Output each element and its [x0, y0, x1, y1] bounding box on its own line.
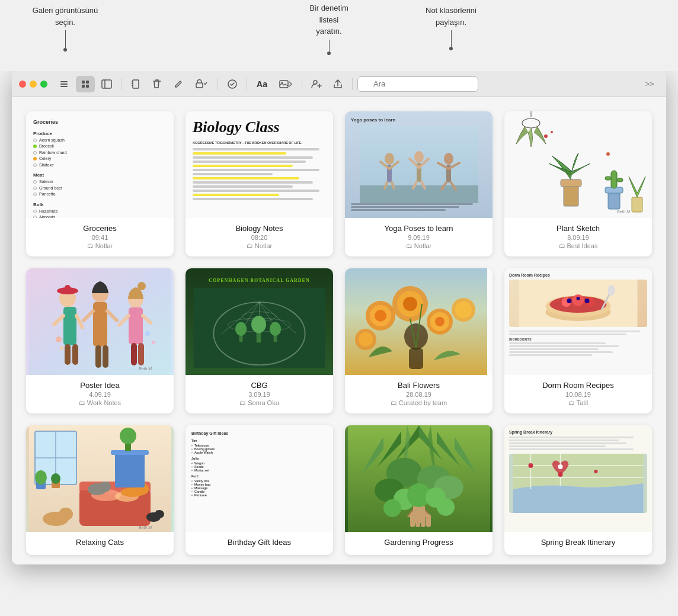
note-title-relaxing: Relaxing Cats [31, 538, 169, 547]
note-card-birthday[interactable]: Birthday Gift Ideas Tim •Telescope •Boxi… [186, 425, 333, 555]
note-card-spring[interactable]: Spring Break Itinerary [504, 425, 652, 555]
svg-rect-9 [133, 80, 139, 88]
svg-point-124 [577, 297, 580, 300]
svg-text:Beth M: Beth M [617, 210, 630, 214]
birthday-content: Birthday Gift Ideas Tim •Telescope •Boxi… [186, 425, 333, 532]
svg-point-103 [403, 297, 417, 311]
svg-point-110 [455, 301, 472, 318]
svg-rect-7 [102, 80, 111, 88]
folder-icon-5: 🗂 [79, 399, 85, 406]
svg-point-92 [235, 322, 247, 336]
note-preview-relaxing: Beth M [26, 425, 174, 532]
format-button[interactable]: Aa [252, 76, 272, 92]
note-date-poster: 4.09.19 [31, 391, 169, 398]
svg-point-96 [270, 322, 281, 336]
note-preview-cbg: Copenhagen Botanical Garden [186, 268, 333, 375]
lock-button[interactable] [190, 76, 213, 92]
minimize-button[interactable] [30, 81, 37, 88]
note-date-biology: 08:20 [190, 234, 328, 241]
note-card-yoga[interactable]: Yoga poses to learn [345, 111, 492, 256]
folder-icon-3: 🗂 [406, 242, 412, 249]
cbg-image: Copenhagen Botanical Garden [186, 268, 333, 375]
expand-button[interactable]: >> [640, 76, 659, 92]
folder-icon: 🗂 [87, 242, 94, 249]
note-title-biology: Biology Notes [190, 224, 328, 233]
note-card-poster[interactable]: Beth M Poster Idea 4.09.19 🗂 Work Notes [26, 268, 174, 413]
svg-text:Beth M: Beth M [139, 367, 152, 371]
note-preview-biology: Biology Class AGGRESSIVE TRIGONOMETRY—TH… [186, 111, 333, 218]
note-card-bali[interactable]: Bali Flowers 28.08.19 🗂 Curated by team [345, 268, 492, 413]
svg-rect-71 [129, 307, 143, 344]
note-meta-poster: Poster Idea 4.09.19 🗂 Work Notes [26, 375, 174, 413]
note-title-dorm: Dorm Room Recipes [509, 381, 647, 390]
add-people-button[interactable] [307, 76, 326, 92]
note-title-yoga: Yoga Poses to learn [350, 224, 488, 233]
note-card-cbg[interactable]: Copenhagen Botanical Garden [186, 268, 333, 413]
note-folder-groceries: 🗂 Notlar [31, 242, 169, 249]
list-view-button[interactable] [55, 76, 73, 92]
note-folder-yoga: 🗂 Notlar [350, 242, 488, 249]
note-preview-groceries: Groceries Produce Acorn squash Broccoli … [26, 111, 174, 218]
note-preview-bali [345, 268, 492, 375]
note-title-birthday: Birthday Gift Ideas [190, 538, 328, 547]
notes-gallery: Groceries Produce Acorn squash Broccoli … [12, 97, 666, 564]
close-button[interactable] [19, 81, 26, 88]
note-meta-groceries: Groceries 09:41 🗂 Notlar [26, 218, 174, 256]
svg-point-108 [359, 332, 373, 346]
note-card-dorm[interactable]: Dorm Room Recipes [504, 268, 652, 413]
sidebar-button[interactable] [97, 76, 116, 92]
svg-rect-59 [65, 285, 71, 293]
svg-rect-0 [60, 81, 68, 82]
search-input[interactable] [357, 76, 478, 92]
note-meta-yoga: Yoga Poses to learn 9.09.19 🗂 Notlar [345, 218, 492, 256]
svg-rect-137 [79, 490, 90, 523]
svg-rect-75 [131, 343, 137, 365]
svg-point-94 [251, 316, 266, 333]
note-card-relaxing[interactable]: Beth M Relaxing Cats [26, 425, 174, 555]
note-preview-birthday: Birthday Gift Ideas Tim •Telescope •Boxi… [186, 425, 333, 532]
svg-point-17 [314, 81, 317, 84]
note-card-plant[interactable]: Beth M Plant Sketch 8.09.19 🗂 Best Ideas [504, 111, 652, 256]
svg-rect-6 [86, 85, 89, 88]
svg-rect-162 [421, 513, 426, 527]
svg-text:Beth M: Beth M [139, 525, 152, 530]
note-meta-bali: Bali Flowers 28.08.19 🗂 Curated by team [345, 375, 492, 413]
annotations-area: Galeri görüntüsünü seçin. Bir denetimlis… [0, 0, 678, 71]
checklist-button[interactable] [223, 76, 242, 92]
note-date-dorm: 10.08.19 [509, 391, 647, 398]
note-date-bali: 28.08.19 [350, 391, 488, 398]
note-folder-dorm: 🗂 Tatil [509, 399, 647, 406]
callout-gallery: Galeri görüntüsünü seçin. [24, 5, 107, 52]
gallery-view-button[interactable] [76, 76, 95, 92]
note-card-biology[interactable]: Biology Class AGGRESSIVE TRIGONOMETRY—TH… [186, 111, 333, 256]
svg-point-22 [385, 153, 394, 165]
note-preview-gardening [345, 425, 492, 532]
note-card-groceries[interactable]: Groceries Produce Acorn squash Broccoli … [26, 111, 174, 256]
svg-rect-160 [410, 514, 415, 527]
note-date-cbg: 3.09.19 [190, 391, 328, 398]
groceries-content: Groceries Produce Acorn squash Broccoli … [26, 111, 174, 218]
svg-point-77 [56, 336, 62, 342]
svg-rect-161 [415, 513, 420, 527]
note-meta-cbg: CBG 3.09.19 🗂 Sonra Oku [186, 375, 333, 413]
compose-button[interactable] [169, 76, 188, 92]
svg-rect-4 [86, 81, 89, 84]
media-button[interactable] [274, 76, 297, 92]
svg-point-78 [60, 346, 63, 350]
note-preview-plant: Beth M [504, 111, 652, 218]
note-title-gardening: Gardening Progress [350, 538, 488, 547]
separator-1 [121, 78, 121, 90]
share-button[interactable] [328, 76, 347, 92]
note-date-plant: 8.09.19 [509, 234, 647, 241]
folder-icon-7: 🗂 [391, 399, 397, 406]
note-card-gardening[interactable]: Gardening Progress [345, 425, 492, 555]
notebook-button[interactable] [126, 76, 145, 92]
toolbar: Aa [55, 76, 659, 92]
svg-rect-76 [138, 343, 144, 365]
svg-rect-68 [95, 345, 101, 368]
svg-point-72 [137, 282, 146, 290]
maximize-button[interactable] [40, 81, 47, 88]
trash-button[interactable] [148, 76, 167, 92]
svg-rect-112 [409, 348, 423, 369]
svg-rect-69 [103, 345, 108, 368]
